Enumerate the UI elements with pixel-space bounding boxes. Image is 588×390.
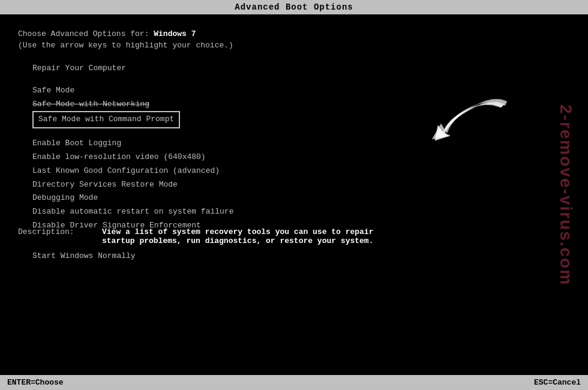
menu-disable-restart[interactable]: Disable automatic restart on system fail… bbox=[32, 205, 570, 219]
header-os: Windows 7 bbox=[154, 29, 196, 38]
description-row2: startup problems, run diagnostics, or re… bbox=[18, 236, 570, 245]
desc-label: Description: bbox=[18, 227, 102, 236]
desc-text-line2: startup problems, run diagnostics, or re… bbox=[102, 236, 373, 245]
header-line1: Choose Advanced Options for: Windows 7 bbox=[18, 29, 570, 38]
description-row1: Description: View a list of system recov… bbox=[18, 227, 570, 236]
menu-repair[interactable]: Repair Your Computer bbox=[32, 62, 570, 76]
header-prefix: Choose Advanced Options for: bbox=[18, 29, 154, 38]
desc-label-spacer bbox=[18, 236, 102, 245]
desc-text-line1: View a list of system recovery tools you… bbox=[102, 227, 373, 236]
menu-last-known-good[interactable]: Last Known Good Configuration (advanced) bbox=[32, 164, 570, 178]
title-bar: Advanced Boot Options bbox=[0, 0, 588, 14]
esc-label: ESC=Cancel bbox=[534, 378, 581, 387]
header-line2: (Use the arrow keys to highlight your ch… bbox=[18, 41, 570, 50]
menu-enable-low-res[interactable]: Enable low-resolution video (640x480) bbox=[32, 151, 570, 164]
menu-safe-mode-cmd[interactable]: Safe Mode with Command Prompt bbox=[32, 111, 180, 128]
menu-start-windows[interactable]: Start Windows Normally bbox=[32, 250, 570, 263]
description-section: Description: View a list of system recov… bbox=[18, 227, 570, 245]
bottom-bar: ENTER=Choose ESC=Cancel bbox=[0, 375, 588, 390]
enter-label: ENTER=Choose bbox=[7, 378, 64, 387]
main-content: Choose Advanced Options for: Windows 7 (… bbox=[0, 14, 588, 275]
arrow-decoration bbox=[414, 92, 516, 152]
menu-debugging-mode[interactable]: Debugging Mode bbox=[32, 191, 570, 205]
menu-directory-services[interactable]: Directory Services Restore Mode bbox=[32, 178, 570, 192]
